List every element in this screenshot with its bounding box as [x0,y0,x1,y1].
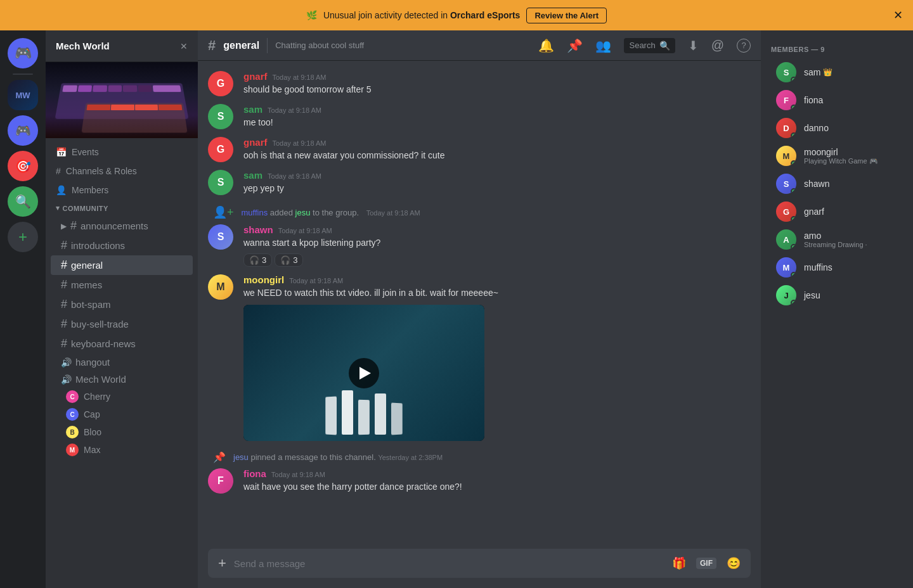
time-sam-2: Today at 9:18 AM [268,172,321,180]
server-icon-mechworld[interactable]: MW [8,80,38,110]
author-sam-2[interactable]: sam [243,170,262,181]
review-alert-button[interactable]: Review the Alert [526,8,607,23]
channels-roles-item[interactable]: # Channels & Roles [51,162,193,180]
amo-name-label: amo [804,231,898,241]
member-item-fiona[interactable]: F fiona [766,86,908,114]
channel-label-kbnews: keyboard-news [71,338,136,349]
avatar-sam-2: S [208,170,233,195]
status-muffins [791,272,796,278]
voice-member-max[interactable]: M Max [61,441,198,459]
member-item-muffins[interactable]: M muffins [766,253,908,281]
cherry-name: Cherry [84,392,110,402]
avatar-sam-1: S [208,104,233,129]
community-section-header[interactable]: ▾ COMMUNITY [46,200,198,216]
server-header[interactable]: Mech World ✕ [46,30,198,62]
member-item-jesu[interactable]: J jesu [766,281,908,309]
message-input-box: + 🎁 GIF 😊 [208,549,751,578]
help-icon[interactable]: ? [737,39,751,53]
channel-hash-icon: # [208,37,216,54]
gif-button[interactable]: GIF [696,558,716,569]
server-1-icon: 🎮 [15,123,31,138]
alert-banner: 🌿 Unusual join activity detected in Orch… [0,0,913,30]
system-message-muffins-jesu: 👤+ muffins added jesu to the group. Toda… [208,203,751,222]
server-more-icon[interactable]: ✕ [180,41,188,51]
search-icon: 🔍 [659,41,670,51]
members-item[interactable]: 👤 Members [51,181,193,199]
channel-prefix-memes: # [61,278,67,291]
member-info-moongirl: moongirl Playing Witch Game 🎮 [804,147,898,165]
moongirl-activity: Playing Witch Game 🎮 [804,157,898,165]
author-sam-1[interactable]: sam [243,104,262,115]
member-item-moongirl[interactable]: M moongirl Playing Witch Game 🎮 [766,142,908,170]
muffins-name-label: muffins [804,262,898,272]
video-embed[interactable] [243,305,484,441]
at-icon[interactable]: @ [711,38,724,53]
author-gnarf-1[interactable]: gnarf [243,71,268,82]
channel-prefix-announcements: # [70,219,77,233]
server-icon-1[interactable]: 🎮 [8,115,38,146]
author-moongirl[interactable]: moongirl [243,274,284,285]
pin-header-icon[interactable]: 📌 [567,38,583,53]
author-shawn[interactable]: shawn [243,224,273,235]
message-content-gnarf-2: gnarf Today at 9:18 AM ooh is that a new… [243,137,751,162]
avatar-jesu-panel: J [776,285,796,305]
status-amo [791,244,796,250]
jesu-name-label: jesu [804,290,898,300]
channel-memes[interactable]: # memes [51,275,193,295]
channel-header: # general Chatting about cool stuff 🔔 📌 … [198,30,761,61]
members-panel-icon[interactable]: 👥 [595,38,611,53]
author-gnarf-2[interactable]: gnarf [243,137,268,148]
server-icon-3[interactable]: 🔍 [8,186,38,217]
pinned-text: jesu pinned a message to this channel. Y… [233,452,443,462]
server-icon-2[interactable]: 🎯 [8,151,38,181]
reaction-headphones-1[interactable]: 🎧 3 [243,253,272,267]
events-item[interactable]: 📅 Events [51,143,193,161]
channel-keyboard-news[interactable]: # keyboard-news [51,334,193,354]
member-item-amo[interactable]: A amo Streaming Drawing · [766,226,908,253]
member-info-shawn: shawn [804,179,898,189]
download-icon[interactable]: ⬇ [688,38,699,53]
voice-member-cherry[interactable]: C Cherry [61,388,198,406]
channel-bot-spam[interactable]: # bot-spam [51,295,193,314]
channel-hangout[interactable]: 🔊 hangout [51,354,193,371]
bell-icon[interactable]: 🔔 [538,38,554,53]
member-item-shawn[interactable]: S shawn [766,170,908,198]
avatar-fiona: F [208,468,233,494]
add-server-button[interactable]: + [8,222,38,252]
voice-member-bloo[interactable]: B Bloo [61,423,198,441]
message-input-field[interactable] [234,558,664,569]
text-gnarf-2: ooh is that a new avatar you commissione… [243,149,751,162]
member-item-sam[interactable]: S sam 👑 [766,58,908,86]
voice-member-cap[interactable]: C Cap [61,406,198,423]
gift-icon[interactable]: 🎁 [672,556,686,570]
server-banner [46,62,198,138]
fiona-name-label: fiona [804,95,898,105]
gnarf-name-label: gnarf [804,207,898,217]
channel-mechworld-voice[interactable]: 🔊 Mech World [51,371,193,388]
server-list-divider [13,74,33,75]
text-moongirl: we NEED to watch this txt video. ill joi… [243,286,751,300]
avatar-sam-panel: S [776,62,796,82]
search-box[interactable]: Search 🔍 [624,38,675,53]
member-info-fiona: fiona [804,95,898,105]
member-item-gnarf[interactable]: G gnarf [766,198,908,226]
member-item-danno[interactable]: D danno [766,114,908,142]
channel-announcements[interactable]: ▶ # announcements [51,216,193,236]
video-play-button[interactable] [349,358,379,388]
home-button[interactable]: 🎮 [8,38,38,68]
reaction-headphones-2[interactable]: 🎧 3 [275,253,303,267]
alert-close-button[interactable]: ✕ [893,10,903,21]
avatar-bloo: B [66,426,79,438]
emoji-picker-icon[interactable]: 😊 [727,556,741,570]
cap-name: Cap [84,409,100,419]
avatar-amo-panel: A [776,229,796,250]
attach-file-button[interactable]: + [218,555,226,572]
author-fiona[interactable]: fiona [243,468,266,479]
channel-buy-sell-trade[interactable]: # buy-sell-trade [51,314,193,334]
discord-logo-icon: 🎮 [15,45,32,61]
channel-header-name: general [223,40,259,51]
channel-general[interactable]: # general [51,255,193,275]
pinned-message-notice: 📌 jesu pinned a message to this channel.… [208,449,751,466]
channel-introductions[interactable]: # introductions [51,236,193,255]
channel-prefix-kbnews: # [61,337,67,350]
